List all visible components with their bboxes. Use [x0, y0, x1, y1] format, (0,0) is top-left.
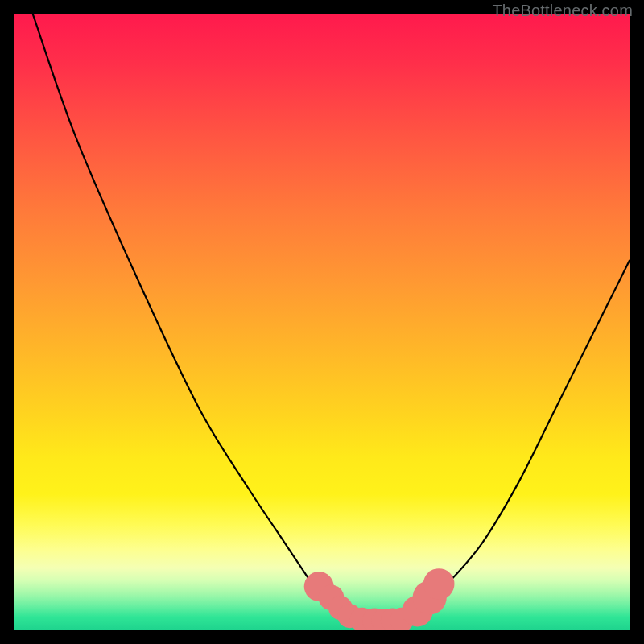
valley-beads: [304, 568, 455, 630]
series-curve-right: [402, 261, 630, 621]
plot-area: [14, 14, 630, 630]
watermark-text: TheBottleneck.com: [492, 2, 633, 20]
curve-layer: [14, 14, 630, 630]
bead: [423, 568, 455, 600]
bottleneck-curve: [33, 14, 630, 621]
series-curve-left: [33, 14, 365, 621]
chart-frame: TheBottleneck.com: [0, 0, 644, 644]
